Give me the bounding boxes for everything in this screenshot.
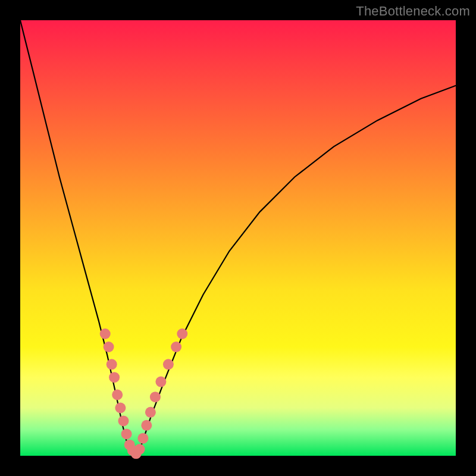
bottleneck-curve bbox=[20, 20, 456, 456]
sample-point bbox=[100, 328, 111, 339]
sample-point bbox=[107, 359, 117, 369]
sample-point bbox=[155, 377, 166, 387]
sample-point bbox=[171, 342, 181, 352]
sample-point bbox=[177, 328, 187, 339]
sample-points-group bbox=[100, 328, 188, 459]
sample-point bbox=[109, 372, 120, 383]
sample-point bbox=[115, 403, 126, 414]
sample-point bbox=[118, 415, 129, 426]
sample-point bbox=[104, 342, 114, 352]
sample-point bbox=[163, 359, 174, 369]
sample-point bbox=[112, 390, 123, 400]
plot-area bbox=[20, 20, 456, 456]
sample-point bbox=[145, 407, 156, 418]
sample-point bbox=[121, 428, 132, 439]
sample-point bbox=[150, 392, 161, 402]
curve-svg bbox=[20, 20, 456, 456]
chart-frame: TheBottleneck.com bbox=[0, 0, 476, 476]
sample-point bbox=[134, 444, 145, 455]
sample-point bbox=[141, 420, 152, 431]
watermark-text: TheBottleneck.com bbox=[356, 4, 470, 19]
sample-point bbox=[137, 433, 148, 444]
